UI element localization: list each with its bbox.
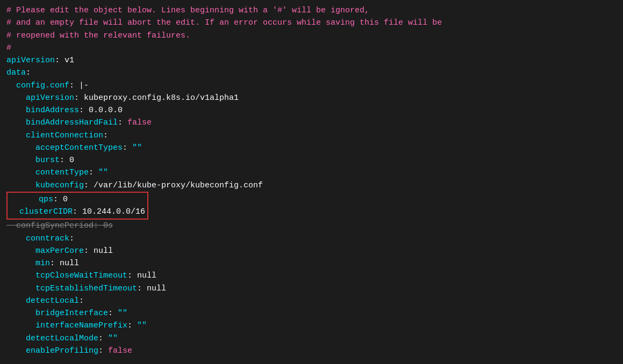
line-clientconnection: clientConnection:: [6, 129, 617, 142]
line-enableprofiling: enableProfiling: false: [6, 345, 617, 357]
line-comment-2: # and an empty file will abort the edit.…: [6, 17, 617, 29]
line-conntrack: conntrack:: [6, 232, 617, 245]
line-clustercidr: clusterCIDR: 10.244.0.0/16: [10, 206, 145, 218]
line-configsyncperiod: configSyncPeriod: 0s: [6, 220, 617, 232]
line-bindaddress: bindAddress: 0.0.0.0: [6, 104, 617, 117]
line-config-conf: config.conf: |-: [6, 79, 617, 92]
line-burst: burst: 0: [6, 154, 617, 166]
line-comment-3: # reopened with the relevant failures.: [6, 30, 617, 42]
line-comment-1: # Please edit the object below. Lines be…: [6, 4, 617, 17]
line-bindaddresshardfail: bindAddressHardFail: false: [6, 117, 617, 129]
line-min: min: null: [6, 257, 617, 270]
line-kubeconfig: kubeconfig: /var/lib/kube-proxy/kubeconf…: [6, 179, 617, 192]
line-apiversion: apiVersion: v1: [6, 54, 617, 67]
line-bridgeinterface: bridgeInterface: "": [6, 307, 617, 319]
line-comment-4: #: [6, 42, 617, 54]
line-tcpestablished: tcpEstablishedTimeout: null: [6, 282, 617, 295]
line-qps: qps: 0: [10, 193, 145, 206]
line-interfacenameprefix: interfaceNamePrefix: "": [6, 319, 617, 332]
line-contenttype: contentType: "": [6, 166, 617, 179]
code-editor[interactable]: # Please edit the object below. Lines be…: [0, 0, 623, 364]
line-detectlocal: detectLocal:: [6, 295, 617, 307]
line-acceptcontenttypes: acceptContentTypes: "": [6, 142, 617, 154]
line-detectlocalmode: detectLocalMode: "": [6, 332, 617, 345]
highlight-box: qps: 0 clusterCIDR: 10.244.0.0/16: [6, 192, 148, 220]
line-apiversion-kube: apiVersion: kubeproxy.config.k8s.io/v1al…: [6, 92, 617, 104]
line-tcpclosewait: tcpCloseWaitTimeout: null: [6, 270, 617, 282]
line-maxpercore: maxPerCore: null: [6, 245, 617, 257]
line-data: data:: [6, 67, 617, 79]
